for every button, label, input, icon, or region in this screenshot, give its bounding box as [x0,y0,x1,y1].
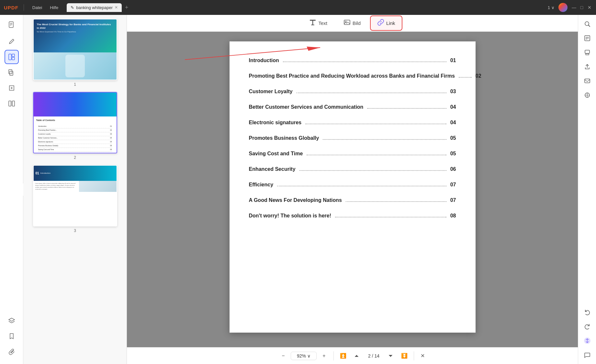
sidebar-item-bookmark[interactable] [5,329,19,343]
tab-banking-whitepaper[interactable]: ✎ banking whitepaper ✕ [67,3,122,12]
zoom-display[interactable]: 92% ∨ [291,352,317,360]
text-tool-button[interactable]: Text [302,16,334,30]
close-window-button[interactable]: ✕ [587,5,592,10]
right-sidebar [578,15,596,364]
thumbnail-number-3: 3 [74,228,76,233]
zoom-in-button[interactable]: + [318,350,330,362]
svg-rect-5 [12,54,15,57]
toc-entry-title: Customer Loyalty [249,89,293,94]
toc-entry-title: Electronic signatures [249,120,302,126]
bottom-divider [333,351,334,360]
toc-dots [305,124,446,124]
sidebar-item-document[interactable] [5,17,19,32]
toc-dots [323,139,446,140]
add-tab-button[interactable]: + [123,4,130,11]
current-page: 2 [368,353,371,358]
titlebar-menu: Datei Hilfe [29,4,62,11]
toc-dots [367,108,446,109]
left-sidebar: ‹ [0,15,23,364]
tab-close-button[interactable]: ✕ [115,5,118,10]
next-page-icon: ⏷ [388,353,393,359]
zoom-value: 92% [297,353,306,358]
tab-area: ✎ banking whitepaper ✕ + [67,3,543,12]
pdf-page: Introduction01Promoting Best Practice an… [230,41,476,333]
toc-entry-title: Saving Cost and Time [249,151,303,157]
toc-dots [283,61,446,62]
app-logo: UPDF [4,5,18,10]
sidebar-item-extract[interactable] [5,81,19,95]
toc-page-number: 03 [450,89,456,94]
ai-icon-btn[interactable] [581,334,594,347]
text-tool-label: Text [318,20,327,26]
toc-page-number: 02 [476,73,481,79]
avatar[interactable] [558,3,568,12]
comment-icon-btn[interactable] [581,348,594,361]
thumbnail-page-1[interactable]: The Most Crucial Strategy for Banks and … [27,19,123,87]
menu-item-datei[interactable]: Datei [29,4,45,11]
prev-page-button[interactable]: ⏶ [351,350,363,362]
zoom-out-button[interactable]: − [277,350,289,362]
content-wrapper: Text Bild L [127,15,578,364]
first-page-button[interactable]: ⏫ [337,350,349,362]
toc-dots [459,77,472,78]
thumbnail-page-2[interactable]: Table of Contents Introduction01 Promoti… [27,92,123,160]
undo-icon-btn[interactable] [581,306,594,319]
bottom-close-button[interactable]: ✕ [417,351,428,361]
share-icon-btn[interactable] [581,60,594,73]
pdf-viewport[interactable]: Introduction01Promoting Best Practice an… [127,32,578,347]
sidebar-item-pages[interactable] [5,65,19,80]
main-area: ‹ The Most Crucial Strategy for Banks an… [0,15,596,364]
svg-rect-15 [344,20,350,25]
sidebar-item-attachment[interactable] [5,345,19,359]
image-tool-label: Bild [353,20,361,26]
last-page-button[interactable]: ⏬ [398,350,410,362]
svg-rect-10 [12,101,15,106]
titlebar: UPDF Datei Hilfe ✎ banking whitepaper ✕ … [0,0,596,15]
sidebar-item-layout[interactable] [5,50,19,64]
sidebar-item-compare[interactable] [5,96,19,111]
toc-entry-title: Promoting Best Practice and Reducing Wor… [249,73,455,79]
page-indicator: 1 ∨ [548,5,555,10]
svg-rect-8 [10,71,13,75]
menu-item-hilfe[interactable]: Hilfe [47,4,62,11]
svg-rect-7 [9,70,12,74]
toc-page-number: 05 [450,135,456,141]
minimize-button[interactable]: — [571,5,577,10]
zoom-in-icon: + [322,353,325,359]
toc-page-number: 05 [450,151,456,157]
toc-entry: Enhanced Security06 [249,166,456,172]
toc-dots [346,201,446,202]
mail-icon-btn[interactable] [581,74,594,87]
page2-content: Table of Contents Introduction01 Promoti… [34,93,117,153]
titlebar-divider [24,4,24,11]
toc-page-number: 06 [450,166,456,172]
zoom-chevron: ∨ [307,353,310,358]
link-tool-button[interactable]: Link [370,16,402,31]
svg-rect-9 [9,101,11,106]
total-pages: 14 [374,353,379,358]
thumbnail-panel: The Most Crucial Strategy for Banks and … [23,15,127,364]
toc-entry: Better Customer Services and Communicati… [249,104,456,110]
ocr-icon-btn[interactable] [581,32,594,45]
first-page-icon: ⏫ [340,353,346,359]
page1-cover: The Most Crucial Strategy for Banks and … [34,19,117,80]
svg-rect-4 [9,54,11,60]
toc-entry-title: Introduction [249,58,279,63]
tab-icon: ✎ [71,5,74,10]
image-tool-button[interactable]: Bild [337,16,367,30]
toolbar: Text Bild L [127,15,578,32]
toc-dots [277,186,446,186]
thumbnail-page-3[interactable]: 01 Introduction Lorem ipsum dolor sit am… [27,165,123,233]
next-page-button[interactable]: ⏷ [385,350,397,362]
toc-entry-title: Promotes Business Globally [249,135,319,141]
protect-icon-btn[interactable] [581,89,594,102]
page-indicator-chevron[interactable]: ∨ [551,5,555,10]
stamp-icon-btn[interactable] [581,46,594,59]
sidebar-item-layers[interactable] [5,314,19,328]
redo-icon-btn[interactable] [581,320,594,333]
maximize-button[interactable]: □ [579,5,584,10]
search-icon-btn[interactable] [581,17,594,30]
sidebar-item-pencil[interactable] [5,34,19,49]
link-tool-icon [377,19,384,28]
thumbnail-frame-2: Table of Contents Introduction01 Promoti… [33,92,117,153]
